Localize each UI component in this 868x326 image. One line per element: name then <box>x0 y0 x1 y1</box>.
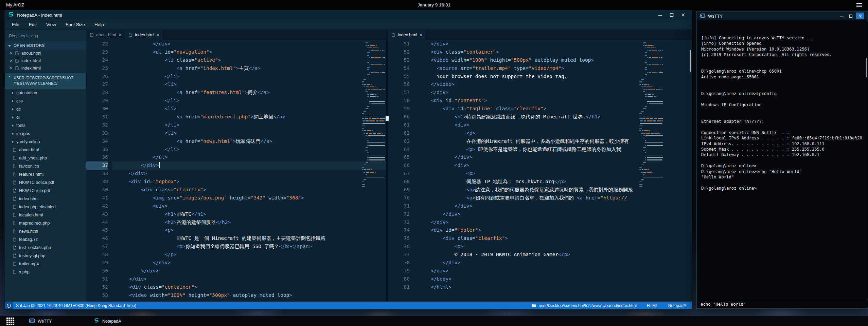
menu-item-font-size[interactable]: Font Size <box>61 21 89 28</box>
code-line[interactable]: </li> <box>112 121 386 129</box>
code-line[interactable]: </div> <box>112 275 386 283</box>
code-line[interactable]: <a href="mapredirect.php">網上地圖</a> <box>112 113 386 121</box>
file-item[interactable]: news.html <box>5 227 86 235</box>
minimap[interactable] <box>360 42 385 302</box>
root-folder-header[interactable]: USER:/DESKTOP/SCREENSHOT /TEST/WWW CLEAN… <box>5 73 86 89</box>
folder-item[interactable]: fonts <box>5 121 86 130</box>
maximize-icon[interactable] <box>667 11 677 19</box>
file-item[interactable]: index.php_disabled <box>5 203 86 211</box>
pane-splitter[interactable] <box>386 30 388 302</box>
code-line[interactable]: </div> <box>112 259 386 267</box>
splitter-grip-icon[interactable] <box>386 116 389 121</box>
code-line[interactable]: <a href="features.html">簡介</a> <box>112 89 386 97</box>
code-line[interactable]: <video width="100%" height="500px" autop… <box>112 291 386 300</box>
file-item[interactable]: test_sockets.php <box>5 244 86 252</box>
code-line[interactable]: HKWTC 是一個 Minecraft 的建築伺服器，主要建築計劃包括鐵路 <box>112 234 386 243</box>
open-editors-header[interactable]: OPEN EDITORS <box>5 41 86 50</box>
maximize-icon[interactable] <box>847 13 855 19</box>
vertical-scrollbar[interactable] <box>690 50 691 72</box>
close-file-icon[interactable] <box>10 67 13 70</box>
terminal-input[interactable]: echo "Hello World" <box>697 300 868 308</box>
code-line[interactable]: </li> <box>112 97 386 105</box>
taskbar-item-notepada[interactable]: NotepadA <box>89 316 146 326</box>
close-icon[interactable] <box>856 13 864 19</box>
menu-item-view[interactable]: View <box>42 21 60 28</box>
menu-item-help[interactable]: Help <box>90 21 108 28</box>
menu-item-file[interactable]: File <box>7 21 24 28</box>
start-menu-button[interactable] <box>3 316 17 326</box>
code-line[interactable]: <div class="clearfix"> <box>112 186 386 194</box>
folder-item[interactable]: autostation <box>5 89 86 97</box>
code-line[interactable]: </div> <box>112 170 386 178</box>
tab-close-icon[interactable] <box>119 34 121 36</box>
wstty-titlebar[interactable]: WsTTY <box>697 12 868 20</box>
code-editor-right[interactable]: 5152535455565758596061626364656667686970… <box>388 40 692 302</box>
close-file-icon[interactable] <box>10 59 13 62</box>
file-item[interactable]: location.html <box>5 211 86 219</box>
menu-item-edit[interactable]: Edit <box>24 21 41 28</box>
code-line[interactable]: <a href="index.html">主頁</a> <box>112 64 386 73</box>
code-line[interactable]: <div id="topbox"> <box>112 178 386 186</box>
file-icon <box>13 221 16 225</box>
editor-tab[interactable]: index.html <box>388 30 426 40</box>
file-item[interactable]: x.php <box>5 268 86 276</box>
folder-item[interactable]: images <box>5 130 86 138</box>
code-line[interactable]: <li> <box>112 105 386 113</box>
code-content[interactable]: </div><ul id="navigation"><li class="act… <box>112 40 386 302</box>
taskbar-item-wstty[interactable]: WsTTY <box>24 316 82 326</box>
code-line[interactable]: <h1>HKWTC</h1> <box>112 210 386 218</box>
code-editor-left[interactable]: 2223242526272829303132333435363738394041… <box>86 40 386 302</box>
file-item[interactable]: HKWTC rule.pdf <box>5 187 86 195</box>
file-item[interactable]: trailer.mp4 <box>5 260 86 268</box>
hamburger-menu-icon[interactable] <box>856 3 862 7</box>
code-line[interactable]: <li class="active"> <box>112 56 386 64</box>
tab-close-icon[interactable] <box>420 34 422 36</box>
file-item[interactable]: features.html <box>5 170 86 178</box>
code-line[interactable]: <a href="news.html">玩家傳送門</a> <box>112 137 386 146</box>
code-line[interactable]: </li> <box>112 146 386 154</box>
file-item[interactable]: favicon.ico <box>5 162 86 170</box>
minimap[interactable] <box>637 42 663 302</box>
close-file-icon[interactable] <box>10 52 13 55</box>
folder-item[interactable]: dl <box>5 113 86 121</box>
file-item[interactable]: about.html <box>5 146 86 154</box>
terminal-output[interactable]: [info] Connecting to arozos WsTTY servic… <box>697 20 868 300</box>
code-line[interactable]: </p> <box>112 251 386 259</box>
code-line[interactable]: <ul id="navigation"> <box>112 48 386 56</box>
notepad-titlebar[interactable]: NotepadA - index.html <box>5 10 692 20</box>
file-item[interactable]: add_vhost.php <box>5 154 86 162</box>
file-item[interactable]: HKWTC notice.pdf <box>5 178 86 187</box>
code-line[interactable]: <div class="container"> <box>112 283 386 291</box>
open-editor-item[interactable]: about.html <box>5 50 86 57</box>
code-line[interactable]: <p> <box>112 226 386 234</box>
open-editor-item[interactable]: index.html <box>5 64 86 72</box>
file-item[interactable]: teabag.7z <box>5 235 86 244</box>
terminal-scrollbar[interactable] <box>866 58 867 77</box>
folder-item[interactable]: yamlyamlinu <box>5 138 86 146</box>
code-line[interactable]: <b>你知道我們全線伺服器已轉用 SSD 了嗎？</b></span> <box>112 243 386 251</box>
close-icon[interactable] <box>678 11 688 19</box>
file-item[interactable]: mapredirect.php <box>5 219 86 227</box>
minimize-icon[interactable] <box>655 11 665 19</box>
desktop: My ArOZ January 9 16:31 NotepadA - index… <box>0 0 868 326</box>
tab-close-icon[interactable] <box>157 34 159 36</box>
code-line[interactable]: <img src="images/box.png" height="342" w… <box>112 194 386 202</box>
code-line[interactable]: <h2>香港的建築伺服器</h2> <box>112 218 386 227</box>
open-editor-item[interactable]: index.html <box>5 57 86 64</box>
code-line[interactable]: <li> <box>112 80 386 89</box>
code-line[interactable]: <div> <box>112 202 386 210</box>
code-line[interactable]: </li> <box>112 73 386 81</box>
window-title: WsTTY <box>708 14 723 19</box>
code-line[interactable]: </div> <box>112 40 386 48</box>
code-line[interactable]: </div> <box>112 267 386 275</box>
minimize-icon[interactable] <box>837 13 845 19</box>
editor-tab[interactable]: about.html <box>86 30 125 40</box>
editor-tab[interactable]: index.html <box>125 30 163 40</box>
code-line[interactable]: <li> <box>112 129 386 137</box>
code-line[interactable]: </div> <box>112 161 386 170</box>
file-item[interactable]: index.html <box>5 195 86 203</box>
folder-item[interactable]: css <box>5 97 86 105</box>
code-line[interactable]: </ul> <box>112 153 386 161</box>
file-item[interactable]: testmysql.php <box>5 252 86 260</box>
folder-item[interactable]: dc <box>5 105 86 113</box>
